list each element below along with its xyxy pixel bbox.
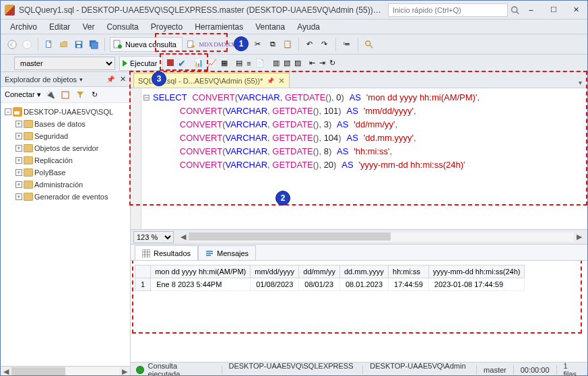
scroll-left-icon[interactable]: ◀ <box>1 367 11 377</box>
grid-icon[interactable]: ▤ <box>236 59 242 67</box>
engine-query-icon[interactable] <box>185 38 197 51</box>
sync-tree-icon[interactable]: ↻ <box>90 90 100 100</box>
indent-left-icon[interactable]: ⇤ <box>309 59 315 67</box>
cell[interactable]: 08.01.2023 <box>339 278 388 291</box>
cell[interactable]: 17:44:59 <box>389 278 429 291</box>
copy-icon[interactable]: ⧉ <box>267 38 279 51</box>
cell[interactable]: 08/01/23 <box>299 278 340 291</box>
new-file-icon[interactable] <box>43 38 55 51</box>
filter-tree-icon[interactable] <box>75 90 86 100</box>
results-grid[interactable]: mon dd yyyy hh:mi(AM/PM)mm/dd/yyyydd/mm/… <box>131 261 587 362</box>
status-server: DESKTOP-UAAE5VQ\SQLEXPRESS ... <box>228 362 356 377</box>
table-icon[interactable]: ▦ <box>221 59 228 67</box>
menu-editar[interactable]: Editar <box>44 20 75 34</box>
plan-icon[interactable]: 📊 <box>194 59 203 67</box>
zoom-selector[interactable]: 123 % <box>133 231 174 243</box>
nav-forward-icon[interactable] <box>21 38 33 51</box>
paste-icon[interactable]: 📋 <box>282 38 294 51</box>
menu-consulta[interactable]: Consulta <box>101 20 143 34</box>
comment-icon[interactable]: ≔ <box>341 38 353 51</box>
column-header[interactable]: hh:mi:ss <box>389 265 429 278</box>
cut-icon[interactable]: ✂ <box>252 38 264 51</box>
file-result-icon[interactable]: 📄 <box>255 59 265 67</box>
tree-item[interactable]: +Replicación <box>2 154 129 166</box>
save-icon[interactable] <box>73 38 85 51</box>
menu-ayuda[interactable]: Ayuda <box>292 20 325 34</box>
tree-item[interactable]: +Bases de datos <box>2 118 129 130</box>
disconnect-icon[interactable]: 🔌 <box>45 90 56 100</box>
status-db: master <box>484 366 507 374</box>
redo-icon[interactable]: ↷ <box>319 38 331 51</box>
nav-back-icon[interactable] <box>6 38 18 51</box>
row-number[interactable]: 1 <box>135 278 151 291</box>
refresh-tree-icon[interactable] <box>60 90 71 100</box>
tree-item[interactable]: +Administración <box>2 179 129 191</box>
menu-herramientas[interactable]: Herramientas <box>189 20 249 34</box>
xmla-icon[interactable]: XMLA <box>230 38 242 51</box>
scroll-right-icon[interactable]: ▶ <box>119 367 130 377</box>
column-header[interactable]: dd/mm/yy <box>299 265 340 278</box>
panel-menu-icon[interactable]: ▾ <box>79 76 83 83</box>
status-time: 00:00:00 <box>521 366 550 374</box>
mdx-icon[interactable]: MDX <box>200 38 212 51</box>
code-editor[interactable]: ⊟SELECT CONVERT(VARCHAR, GETDATE(), 0) A… <box>141 88 587 229</box>
maximize-button[interactable]: ☐ <box>542 1 565 19</box>
new-query-button[interactable]: Nueva consulta <box>110 37 183 52</box>
column-header[interactable]: yyyy-mm-dd hh:mi:ss(24h) <box>428 265 525 278</box>
check-icon[interactable]: ✔ <box>178 58 186 69</box>
editor-tab[interactable]: SQLQ 1.sql - D...AE5VQ\Admin (55))* 📌 ✕ <box>133 73 290 88</box>
column-header[interactable]: mon dd yyyy hh:mi(AM/PM) <box>151 265 251 278</box>
database-selector[interactable]: master <box>14 57 115 70</box>
tree-server-node[interactable]: −DESKTOP-UAAE5VQ\SQL <box>2 106 129 118</box>
cell[interactable]: 01/08/2023 <box>251 278 299 291</box>
plan-live-icon[interactable]: 📈 <box>207 59 217 67</box>
close-button[interactable]: ✕ <box>564 1 587 19</box>
svg-point-0 <box>512 7 517 12</box>
tab-overflow-icon[interactable]: ▾ <box>576 77 585 88</box>
execute-label: Ejecutar <box>130 59 157 67</box>
pin-icon[interactable]: 📌 <box>106 75 115 83</box>
tab-close-icon[interactable]: ✕ <box>278 76 285 86</box>
menu-ventana[interactable]: Ventana <box>250 20 290 34</box>
code-scroll-left-icon[interactable]: ◀ <box>178 232 189 242</box>
code-scroll-right-icon[interactable]: ▶ <box>574 232 585 242</box>
text-icon[interactable]: ≡ <box>247 59 251 67</box>
quick-launch-input[interactable] <box>388 3 508 17</box>
toggle3-icon[interactable]: ▨ <box>294 59 301 67</box>
refresh-icon[interactable]: ↻ <box>329 59 335 67</box>
code-scroll-thumb[interactable] <box>189 232 391 241</box>
messages-tab[interactable]: Mensajes <box>198 245 256 260</box>
svg-point-13 <box>191 44 195 47</box>
grid-icon <box>142 249 150 257</box>
undo-icon[interactable]: ↶ <box>304 38 316 51</box>
tree-item[interactable]: +Seguridad <box>2 130 129 142</box>
dmx-icon[interactable]: DMX <box>215 38 227 51</box>
toggle1-icon[interactable]: ▥ <box>273 59 280 67</box>
stop-icon[interactable] <box>167 59 174 67</box>
tree-item[interactable]: +Generador de eventos <box>2 191 129 203</box>
save-all-icon[interactable] <box>88 38 100 51</box>
results-tab[interactable]: Resultados <box>135 245 198 260</box>
tree-item[interactable]: +Objetos de servidor <box>2 142 129 154</box>
menu-ver[interactable]: Ver <box>77 20 100 34</box>
panel-close-icon[interactable]: ✕ <box>120 75 126 84</box>
execute-button[interactable]: Ejecutar <box>119 56 163 71</box>
open-file-icon[interactable] <box>58 38 70 51</box>
tab-pin-icon[interactable]: 📌 <box>267 77 274 84</box>
new-query-icon <box>113 40 123 49</box>
cell[interactable]: 2023-01-08 17:44:59 <box>428 278 525 291</box>
column-header[interactable]: dd.mm.yyyy <box>339 265 388 278</box>
menu-archivo[interactable]: Archivo <box>5 20 42 34</box>
column-header[interactable]: mm/dd/yyyy <box>251 265 299 278</box>
find-icon[interactable] <box>363 38 375 51</box>
menu-bar: ArchivoEditarVerConsultaProyectoHerramie… <box>1 20 587 34</box>
svg-point-11 <box>118 44 122 49</box>
menu-proyecto[interactable]: Proyecto <box>145 20 188 34</box>
toggle2-icon[interactable]: ▧ <box>284 59 290 67</box>
cell[interactable]: Ene 8 2023 5:44PM <box>151 278 251 291</box>
tree-item[interactable]: +PolyBase <box>2 166 129 179</box>
indent-right-icon[interactable]: ⇥ <box>319 59 325 67</box>
minimize-button[interactable]: ‒ <box>519 1 542 19</box>
scroll-thumb[interactable] <box>11 367 65 375</box>
connect-button[interactable]: Conectar ▾ <box>5 90 41 99</box>
